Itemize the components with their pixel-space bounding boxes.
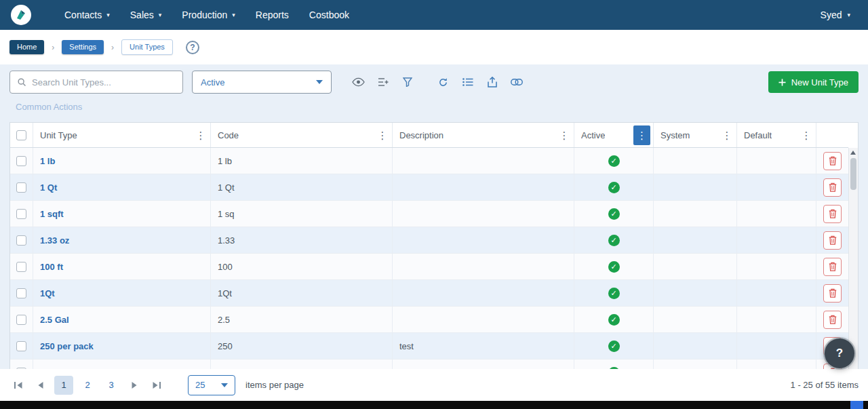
- header-active: Active ⋮: [574, 123, 654, 147]
- column-label: System: [660, 130, 690, 140]
- next-page-button[interactable]: [125, 376, 143, 394]
- description-cell: [393, 280, 574, 306]
- unit-type-link[interactable]: 2.5 Gal: [40, 315, 69, 325]
- eye-icon: [352, 77, 365, 87]
- visibility-button[interactable]: [349, 73, 368, 92]
- row-checkbox[interactable]: [16, 341, 26, 351]
- unit-type-link[interactable]: 1 sqft: [40, 209, 64, 219]
- delete-button[interactable]: [823, 311, 842, 329]
- nav-item-reports[interactable]: Reports: [245, 0, 299, 30]
- row-checkbox[interactable]: [16, 182, 26, 193]
- export-icon: [488, 77, 497, 87]
- status-filter-value: Active: [201, 77, 224, 87]
- nav-item-production[interactable]: Production ▾: [172, 0, 245, 30]
- bottom-accent: [850, 401, 863, 409]
- trash-icon: [829, 262, 837, 271]
- column-menu-icon[interactable]: ⋮: [557, 126, 571, 144]
- breadcrumb-settings[interactable]: Settings: [62, 40, 104, 54]
- first-page-button[interactable]: [9, 376, 27, 394]
- table-row: 100 ft 100 ✓: [10, 254, 848, 280]
- last-page-button[interactable]: [148, 376, 165, 394]
- list-view-button[interactable]: [458, 73, 477, 92]
- trash-icon: [829, 182, 837, 192]
- row-checkbox[interactable]: [16, 235, 26, 246]
- table-row: 3 cu ft 3 cu ✓: [10, 359, 848, 369]
- breadcrumb-home[interactable]: Home: [9, 40, 44, 54]
- page-size-dropdown[interactable]: 25: [188, 375, 235, 395]
- page-button-2[interactable]: 2: [78, 376, 97, 395]
- row-checkbox[interactable]: [16, 315, 26, 325]
- floating-help-button[interactable]: ?: [825, 338, 854, 368]
- vertical-scrollbar[interactable]: [848, 148, 858, 369]
- user-menu[interactable]: Syed ▾: [814, 9, 857, 20]
- page-size-value: 25: [195, 380, 205, 390]
- delete-button[interactable]: [823, 205, 842, 223]
- select-all-checkbox[interactable]: [16, 130, 26, 140]
- new-unit-type-button[interactable]: New Unit Type: [768, 71, 859, 93]
- column-label: Active: [581, 130, 605, 140]
- unit-type-link[interactable]: 1 lb: [40, 156, 55, 166]
- table-row: 1 lb 1 lb ✓: [10, 148, 848, 174]
- search-input[interactable]: [32, 77, 176, 87]
- app-logo[interactable]: [11, 5, 31, 25]
- unit-type-link[interactable]: 3 cu ft: [40, 368, 66, 370]
- page-button-3[interactable]: 3: [102, 376, 121, 395]
- caret-down-icon: ▾: [232, 12, 235, 18]
- column-settings-button[interactable]: [374, 73, 392, 92]
- row-checkbox[interactable]: [16, 262, 26, 272]
- header-checkbox-cell: [10, 123, 33, 147]
- unit-type-link[interactable]: 1Qt: [40, 288, 55, 298]
- trash-icon: [829, 288, 837, 298]
- link-button[interactable]: [507, 73, 526, 92]
- filter-button[interactable]: [398, 73, 416, 92]
- header-code: Code ⋮: [211, 123, 393, 147]
- active-cell: ✓: [574, 174, 654, 200]
- active-check-badge: ✓: [608, 314, 620, 326]
- common-actions-toggle[interactable]: Common Actions: [16, 102, 82, 114]
- delete-button[interactable]: [823, 178, 842, 197]
- nav-item-sales[interactable]: Sales ▾: [120, 0, 172, 30]
- unit-type-link[interactable]: 100 ft: [40, 262, 63, 272]
- trash-icon: [829, 209, 837, 218]
- export-button[interactable]: [483, 73, 501, 92]
- unit-type-link[interactable]: 1.33 oz: [40, 235, 69, 246]
- trash-icon: [829, 235, 837, 245]
- pagination-bar: 1 2 3 25 items per page 1 - 25 of 55 ite…: [0, 369, 868, 401]
- trash-icon: [829, 156, 837, 165]
- last-page-icon: [152, 381, 161, 389]
- delete-button[interactable]: [823, 284, 842, 303]
- main-menu: Contacts ▾ Sales ▾ Production ▾ Reports …: [54, 0, 359, 30]
- breadcrumb-unit-types[interactable]: Unit Types: [121, 39, 173, 55]
- column-menu-icon[interactable]: ⋮: [800, 126, 813, 144]
- header-unit-type: Unit Type ⋮: [33, 123, 211, 147]
- column-menu-icon[interactable]: ⋮: [194, 126, 208, 144]
- trash-icon: [829, 315, 837, 324]
- nav-item-contacts[interactable]: Contacts ▾: [54, 0, 120, 30]
- row-checkbox[interactable]: [16, 209, 26, 219]
- unit-type-link[interactable]: 1 Qt: [40, 182, 57, 193]
- previous-page-button[interactable]: [32, 376, 50, 394]
- filter-icon: [403, 77, 412, 87]
- delete-button[interactable]: [823, 231, 842, 250]
- scroll-up-icon[interactable]: [850, 151, 856, 155]
- scrollbar-thumb[interactable]: [850, 158, 856, 190]
- nav-item-label: Production: [182, 9, 227, 20]
- active-cell: ✓: [574, 359, 654, 369]
- row-checkbox[interactable]: [16, 368, 26, 370]
- grid-toolbar: Active: [9, 70, 859, 94]
- delete-button[interactable]: [823, 152, 842, 170]
- row-checkbox[interactable]: [16, 156, 26, 166]
- nav-item-costbook[interactable]: Costbook: [299, 0, 359, 30]
- help-icon[interactable]: ?: [186, 41, 199, 54]
- actions-cell: [816, 148, 848, 174]
- delete-button[interactable]: [823, 258, 842, 276]
- page-button-1[interactable]: 1: [54, 376, 73, 395]
- row-checkbox[interactable]: [16, 288, 26, 298]
- header-description: Description ⋮: [393, 123, 574, 147]
- column-menu-icon-active[interactable]: ⋮: [633, 125, 650, 145]
- status-filter-dropdown[interactable]: Active: [192, 71, 332, 94]
- unit-type-link[interactable]: 250 per pack: [40, 341, 94, 351]
- column-menu-icon[interactable]: ⋮: [376, 126, 389, 144]
- column-menu-icon[interactable]: ⋮: [720, 126, 734, 144]
- refresh-button[interactable]: [434, 73, 452, 92]
